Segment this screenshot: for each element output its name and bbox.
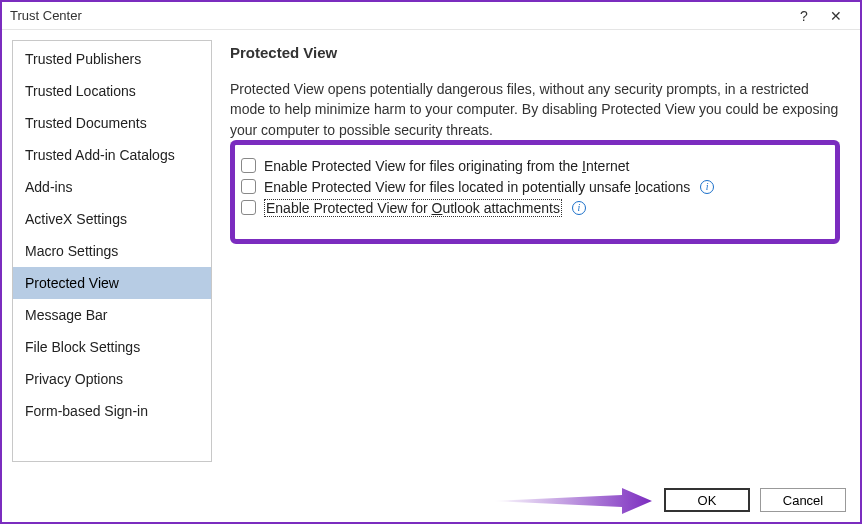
- annotation-arrow-icon: [492, 486, 652, 516]
- sidebar-item-trusted-add-in-catalogs[interactable]: Trusted Add-in Catalogs: [13, 139, 211, 171]
- checkbox-label: Enable Protected View for files originat…: [264, 158, 630, 174]
- sidebar-item-trusted-publishers[interactable]: Trusted Publishers: [13, 43, 211, 75]
- info-icon[interactable]: i: [700, 180, 714, 194]
- sidebar-item-protected-view[interactable]: Protected View: [13, 267, 211, 299]
- checkbox-row[interactable]: Enable Protected View for files originat…: [241, 158, 829, 174]
- annotation-highlight-box: Enable Protected View for files originat…: [230, 140, 840, 244]
- content-area: Trusted PublishersTrusted LocationsTrust…: [2, 30, 860, 472]
- sidebar-item-file-block-settings[interactable]: File Block Settings: [13, 331, 211, 363]
- sidebar-item-message-bar[interactable]: Message Bar: [13, 299, 211, 331]
- sidebar-item-activex-settings[interactable]: ActiveX Settings: [13, 203, 211, 235]
- section-title: Protected View: [230, 44, 840, 61]
- main-panel: Protected View Protected View opens pote…: [226, 40, 850, 462]
- dialog-footer: OK Cancel: [664, 488, 846, 512]
- checkbox[interactable]: [241, 158, 256, 173]
- checkbox[interactable]: [241, 200, 256, 215]
- titlebar: Trust Center ? ✕: [2, 2, 860, 30]
- cancel-button[interactable]: Cancel: [760, 488, 846, 512]
- close-button[interactable]: ✕: [820, 2, 852, 30]
- section-description: Protected View opens potentially dangero…: [230, 79, 840, 143]
- ok-button[interactable]: OK: [664, 488, 750, 512]
- checkbox-row[interactable]: Enable Protected View for files located …: [241, 179, 829, 195]
- sidebar-item-privacy-options[interactable]: Privacy Options: [13, 363, 211, 395]
- sidebar-item-trusted-locations[interactable]: Trusted Locations: [13, 75, 211, 107]
- sidebar-item-trusted-documents[interactable]: Trusted Documents: [13, 107, 211, 139]
- checkbox-row[interactable]: Enable Protected View for Outlook attach…: [241, 200, 829, 216]
- checkbox-label: Enable Protected View for Outlook attach…: [264, 200, 562, 216]
- sidebar-item-form-based-sign-in[interactable]: Form-based Sign-in: [13, 395, 211, 427]
- sidebar-item-add-ins[interactable]: Add-ins: [13, 171, 211, 203]
- svg-marker-0: [492, 488, 652, 514]
- help-button[interactable]: ?: [788, 2, 820, 30]
- sidebar: Trusted PublishersTrusted LocationsTrust…: [12, 40, 212, 462]
- window-title: Trust Center: [10, 8, 788, 23]
- checkbox[interactable]: [241, 179, 256, 194]
- sidebar-item-macro-settings[interactable]: Macro Settings: [13, 235, 211, 267]
- checkbox-label: Enable Protected View for files located …: [264, 179, 690, 195]
- info-icon[interactable]: i: [572, 201, 586, 215]
